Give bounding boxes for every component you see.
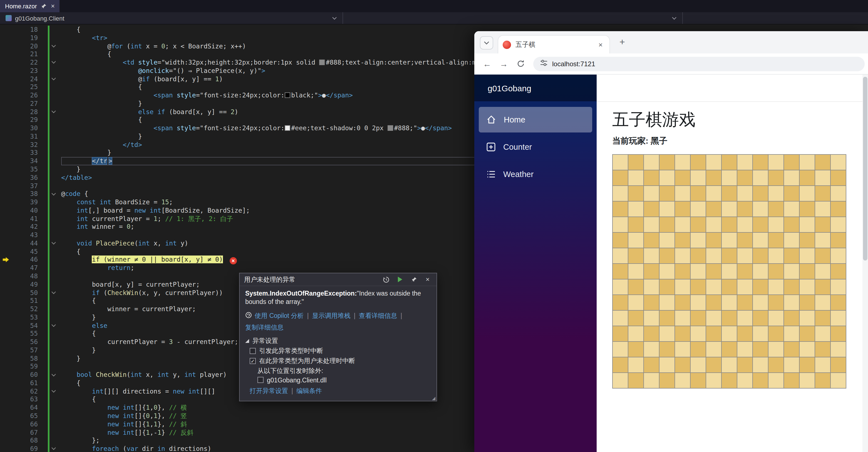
- board-cell[interactable]: [737, 186, 753, 201]
- board-cell[interactable]: [706, 357, 721, 373]
- board-cell[interactable]: [799, 186, 815, 201]
- board-cell[interactable]: [628, 170, 644, 186]
- board-cell[interactable]: [737, 232, 753, 248]
- board-cell[interactable]: [659, 341, 675, 357]
- board-cell[interactable]: [768, 279, 784, 295]
- board-cell[interactable]: [753, 154, 768, 170]
- forward-button[interactable]: →: [497, 57, 511, 71]
- board-cell[interactable]: [675, 248, 690, 263]
- board-cell[interactable]: [799, 201, 815, 217]
- board-cell[interactable]: [690, 310, 706, 326]
- board-cell[interactable]: [815, 186, 831, 201]
- resize-grip[interactable]: ◢: [432, 396, 435, 401]
- board-cell[interactable]: [721, 295, 737, 310]
- board-cell[interactable]: [721, 341, 737, 357]
- board-cell[interactable]: [721, 279, 737, 295]
- board-cell[interactable]: [737, 154, 753, 170]
- board-cell[interactable]: [831, 341, 846, 357]
- board-cell[interactable]: [628, 154, 644, 170]
- board-cell[interactable]: [721, 373, 737, 388]
- board-cell[interactable]: [690, 326, 706, 341]
- board-cell[interactable]: [613, 310, 628, 326]
- board-cell[interactable]: [644, 170, 659, 186]
- board-cell[interactable]: [644, 248, 659, 263]
- board-cell[interactable]: [815, 295, 831, 310]
- board-cell[interactable]: [799, 248, 815, 263]
- board-cell[interactable]: [613, 201, 628, 217]
- board-cell[interactable]: [644, 341, 659, 357]
- document-tab-home-razor[interactable]: Home.razor ×: [0, 0, 60, 12]
- board-cell[interactable]: [628, 201, 644, 217]
- close-icon[interactable]: ×: [423, 275, 432, 284]
- board-cell[interactable]: [628, 279, 644, 295]
- board-cell[interactable]: [784, 201, 799, 217]
- board-cell[interactable]: [690, 217, 706, 232]
- board-cell[interactable]: [706, 341, 721, 357]
- board-cell[interactable]: [737, 201, 753, 217]
- popup-action-link[interactable]: 打开异常设置: [250, 387, 288, 395]
- board-cell[interactable]: [644, 357, 659, 373]
- board-cell[interactable]: [753, 373, 768, 388]
- board-cell[interactable]: [659, 357, 675, 373]
- board-cell[interactable]: [799, 373, 815, 388]
- board-cell[interactable]: [675, 357, 690, 373]
- board-cell[interactable]: [831, 357, 846, 373]
- board-cell[interactable]: [659, 186, 675, 201]
- board-cell[interactable]: [799, 154, 815, 170]
- popup-action-link[interactable]: 查看详细信息: [359, 312, 397, 320]
- board-cell[interactable]: [628, 341, 644, 357]
- checkbox[interactable]: [257, 377, 264, 383]
- site-settings-icon[interactable]: [540, 59, 548, 68]
- fold-chevron-icon[interactable]: [39, 321, 61, 330]
- board-cell[interactable]: [768, 263, 784, 279]
- board-cell[interactable]: [815, 310, 831, 326]
- board-cell[interactable]: [659, 232, 675, 248]
- board-cell[interactable]: [628, 217, 644, 232]
- board-cell[interactable]: [737, 295, 753, 310]
- board-cell[interactable]: [799, 170, 815, 186]
- board-cell[interactable]: [613, 170, 628, 186]
- board-cell[interactable]: [753, 170, 768, 186]
- board-cell[interactable]: [613, 295, 628, 310]
- board-cell[interactable]: [721, 263, 737, 279]
- board-cell[interactable]: [613, 263, 628, 279]
- sidebar-item-counter[interactable]: Counter: [479, 134, 592, 160]
- board-cell[interactable]: [815, 232, 831, 248]
- board-cell[interactable]: [737, 170, 753, 186]
- board-cell[interactable]: [706, 154, 721, 170]
- board-cell[interactable]: [784, 232, 799, 248]
- board-cell[interactable]: [784, 263, 799, 279]
- fold-chevron-icon[interactable]: [39, 75, 61, 83]
- board-cell[interactable]: [690, 373, 706, 388]
- board-cell[interactable]: [706, 170, 721, 186]
- board-cell[interactable]: [644, 295, 659, 310]
- board-cell[interactable]: [737, 248, 753, 263]
- board-cell[interactable]: [721, 201, 737, 217]
- board-cell[interactable]: [628, 263, 644, 279]
- board-cell[interactable]: [831, 201, 846, 217]
- board-cell[interactable]: [799, 232, 815, 248]
- board-cell[interactable]: [690, 248, 706, 263]
- board-cell[interactable]: [753, 186, 768, 201]
- board-cell[interactable]: [768, 373, 784, 388]
- board-cell[interactable]: [706, 232, 721, 248]
- board-cell[interactable]: [644, 217, 659, 232]
- sidebar-item-home[interactable]: Home: [479, 107, 592, 133]
- board-cell[interactable]: [784, 217, 799, 232]
- board-cell[interactable]: [831, 154, 846, 170]
- board-cell[interactable]: [831, 248, 846, 263]
- board-cell[interactable]: [675, 170, 690, 186]
- board-cell[interactable]: [784, 170, 799, 186]
- board-cell[interactable]: [690, 295, 706, 310]
- board-cell[interactable]: [784, 357, 799, 373]
- board-cell[interactable]: [815, 170, 831, 186]
- popup-action-link[interactable]: 编辑条件: [297, 387, 322, 395]
- board-cell[interactable]: [721, 217, 737, 232]
- board-cell[interactable]: [737, 326, 753, 341]
- board-cell[interactable]: [659, 279, 675, 295]
- board-cell[interactable]: [628, 373, 644, 388]
- board-cell[interactable]: [831, 232, 846, 248]
- board-cell[interactable]: [768, 232, 784, 248]
- board-cell[interactable]: [644, 279, 659, 295]
- board-cell[interactable]: [753, 310, 768, 326]
